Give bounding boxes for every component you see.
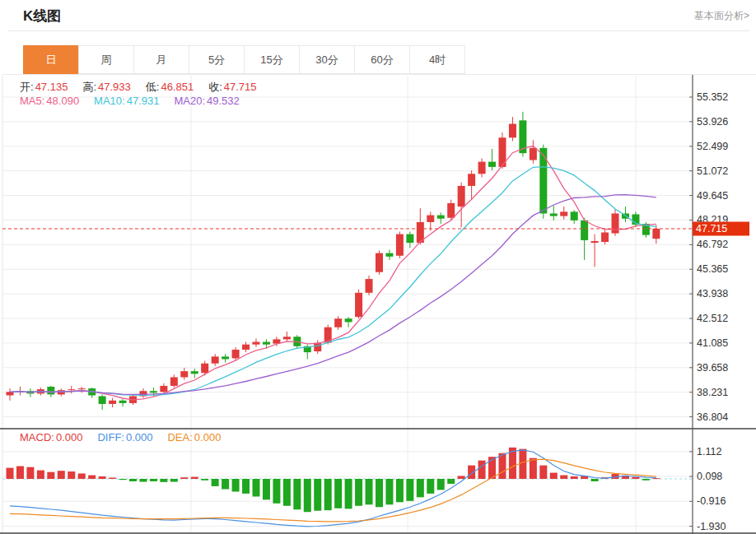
macd-bar [129,479,137,481]
candle-body [468,174,475,186]
macd-bar [212,479,219,486]
close-label: 收: [208,81,222,93]
ma20-line [10,195,656,395]
macd-bar [642,479,650,481]
candle-body [109,401,116,404]
candle-body [447,203,455,218]
macd-bar [458,476,465,479]
high-label: 高: [82,81,96,93]
macd-bar [119,479,127,480]
macd-bar [314,479,321,511]
candle-body [560,211,567,216]
candle-body [652,229,660,239]
ma10-value: 47.931 [127,95,160,107]
tab-period-day[interactable]: 日 [23,45,79,74]
candle-body [47,387,54,394]
macd-bar [530,458,537,479]
tab-period-5min[interactable]: 5分 [189,45,245,74]
tab-period-60min[interactable]: 60分 [354,45,410,74]
candle-body [201,364,208,374]
candle-body [232,350,240,358]
candle-body [458,186,465,207]
candle-body [180,371,188,377]
macd-bar [283,479,291,506]
candle-body [160,386,167,392]
candle-body [222,356,229,359]
macd-bar [26,467,34,479]
macd-bar [560,476,567,479]
axis-tick-label: 55.352 [697,91,728,103]
tab-period-30min[interactable]: 30分 [299,45,355,74]
macd-bar [88,476,96,479]
macd-bar [232,479,240,491]
tab-period-week[interactable]: 周 [78,45,134,74]
candle-body [334,318,342,327]
candle-body [7,392,14,395]
low-value: 46.851 [161,81,194,93]
macd-bar [180,477,188,479]
candle-body [170,377,178,385]
candle-body [478,162,486,174]
macd-bar [170,479,178,482]
candle-body [437,216,445,219]
macd-readout: MACD:0.000DIFF:0.000DEA:0.000 [20,431,222,443]
candle-body [396,234,404,256]
ma5-value: 48.090 [46,95,79,107]
macd-bar [571,476,578,479]
macd-bar [58,471,65,479]
macd-bar [334,479,342,508]
axis-tick-label: 36.804 [697,411,728,423]
tab-period-4hour[interactable]: 4时 [409,45,465,74]
macd-bar [37,471,44,479]
macd-bar [201,479,208,481]
macd-bar [324,479,332,510]
candle-body [550,213,558,216]
candle-body [68,389,75,390]
close-value: 47.715 [224,81,257,93]
axis-tick-label: 53.926 [697,116,728,128]
grid-layer [2,76,693,533]
macd-bar [498,453,506,479]
period-tabbar: 日 周 月 5分 15分 30分 60分 4时 [23,45,465,74]
tab-period-month[interactable]: 月 [133,45,189,74]
open-label: 开: [20,81,34,93]
candle-body [601,232,609,242]
macd-bar [16,467,24,479]
candle-body [581,221,588,240]
axis-tick-label: 51.072 [697,165,728,177]
macd-bar [591,479,599,481]
candle-body [191,371,198,374]
candles-layer [7,112,660,410]
candle-body [366,279,373,293]
candle-body [530,148,537,160]
macd-bar [160,479,167,482]
macd-bar [539,466,547,479]
macd-bar [304,479,311,512]
candle-body [591,241,599,243]
ma10-label: MA10: [94,95,125,107]
macd-layer [7,448,660,527]
macd-label: MACD: [20,431,54,443]
macd-bar [417,479,424,497]
candle-body [263,342,270,345]
macd-bar [437,479,445,490]
macd-bar [478,461,486,479]
macd-bar [345,479,352,508]
macd-value: 0.000 [56,431,83,443]
tab-period-15min[interactable]: 15分 [244,45,300,74]
macd-bar [99,476,106,479]
axis-tick-label: 43.938 [697,288,728,300]
macd-bar [366,479,373,504]
macd-bar [396,479,404,502]
axis-tick-label: 42.512 [697,313,728,324]
axis-tick-label: 39.658 [697,362,728,374]
candle-body [571,211,578,220]
ma5-line [10,146,656,400]
diff-label: DIFF: [97,431,124,443]
axis-labels-layer: 55.35253.92652.49951.07249.64548.21946.7… [689,91,728,532]
macd-bar [222,479,229,490]
open-value: 47.135 [35,81,68,93]
macd-bar [273,479,280,504]
ma10-line [10,167,656,396]
diff-value: 0.000 [126,431,153,443]
